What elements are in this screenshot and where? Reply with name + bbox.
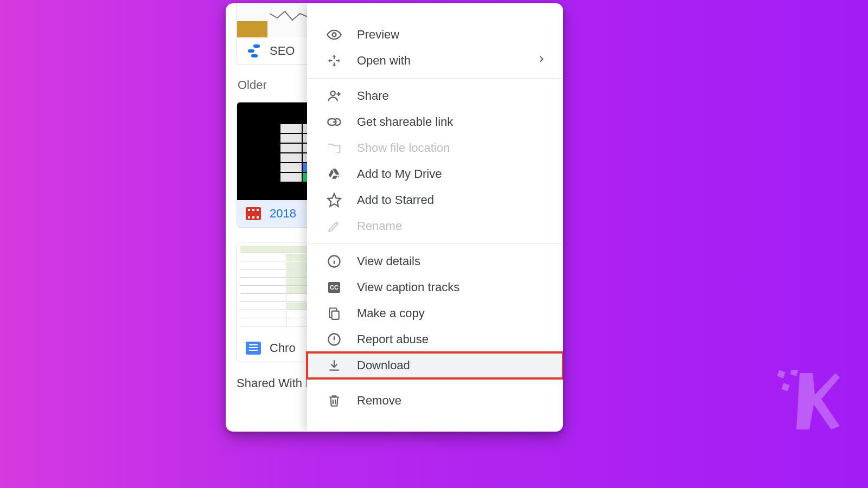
eye-icon — [327, 27, 342, 42]
link-icon — [327, 114, 342, 130]
drive-add-icon — [327, 166, 342, 182]
menu-item-view-details[interactable]: View details — [307, 248, 563, 274]
download-icon — [327, 358, 342, 373]
menu-divider — [307, 243, 563, 244]
menu-item-label: Show file location — [357, 141, 450, 155]
report-icon — [327, 332, 342, 347]
svg-rect-6 — [332, 311, 339, 319]
file-name: 2018 — [270, 207, 296, 221]
menu-item-view-captions[interactable]: CC View caption tracks — [307, 274, 563, 300]
play-icon — [319, 138, 339, 164]
menu-item-report-abuse[interactable]: Report abuse — [307, 326, 563, 352]
video-file-icon — [246, 207, 261, 220]
open-with-icon — [327, 53, 342, 68]
menu-item-make-copy[interactable]: Make a copy — [307, 300, 563, 326]
menu-item-label: Remove — [357, 394, 401, 408]
pencil-icon — [327, 219, 342, 234]
menu-item-open-with[interactable]: Open with — [307, 48, 563, 74]
cc-icon: CC — [327, 280, 342, 295]
star-icon — [327, 192, 342, 208]
watermark-logo — [775, 370, 840, 429]
menu-item-rename: Rename — [307, 213, 563, 239]
svg-point-1 — [331, 91, 335, 95]
menu-item-add-to-drive[interactable]: Add to My Drive — [307, 161, 563, 187]
menu-divider — [307, 78, 563, 79]
svg-marker-2 — [328, 194, 340, 206]
menu-item-remove[interactable]: Remove — [307, 388, 563, 414]
menu-item-label: Get shareable link — [357, 115, 453, 129]
person-add-icon — [327, 88, 342, 104]
drive-panel: SEO Older 2018 — [226, 3, 563, 432]
menu-item-label: Add to Starred — [357, 193, 434, 207]
menu-item-get-link[interactable]: Get shareable link — [307, 109, 563, 135]
data-studio-icon — [246, 44, 261, 57]
file-name: Chro — [270, 341, 296, 355]
copy-icon — [327, 306, 342, 321]
menu-item-label: Preview — [357, 28, 399, 42]
menu-item-label: Report abuse — [357, 332, 429, 346]
menu-item-label: Make a copy — [357, 306, 425, 320]
menu-item-label: Add to My Drive — [357, 167, 442, 181]
menu-item-label: View caption tracks — [357, 280, 459, 294]
menu-item-label: Download — [357, 358, 410, 373]
svg-rect-9 — [790, 370, 798, 376]
menu-item-share[interactable]: Share — [307, 83, 563, 109]
menu-item-label: Open with — [357, 54, 411, 68]
menu-item-download[interactable]: Download — [307, 352, 563, 378]
file-name: SEO — [270, 44, 295, 58]
svg-point-0 — [333, 33, 336, 37]
svg-text:CC: CC — [330, 284, 339, 291]
svg-rect-8 — [777, 370, 785, 378]
chevron-right-icon — [536, 54, 547, 68]
info-icon — [327, 254, 342, 269]
context-menu: Preview Open with Share Get shareable li… — [307, 3, 563, 432]
menu-item-add-to-starred[interactable]: Add to Starred — [307, 187, 563, 213]
svg-rect-10 — [781, 383, 789, 391]
menu-item-label: View details — [357, 254, 420, 268]
menu-item-label: Rename — [357, 219, 402, 233]
menu-item-preview[interactable]: Preview — [307, 22, 563, 48]
menu-item-show-location: Show file location — [307, 135, 563, 161]
menu-divider — [307, 383, 563, 383]
trash-icon — [327, 393, 342, 408]
menu-item-label: Share — [357, 89, 389, 103]
docs-file-icon — [246, 342, 261, 355]
